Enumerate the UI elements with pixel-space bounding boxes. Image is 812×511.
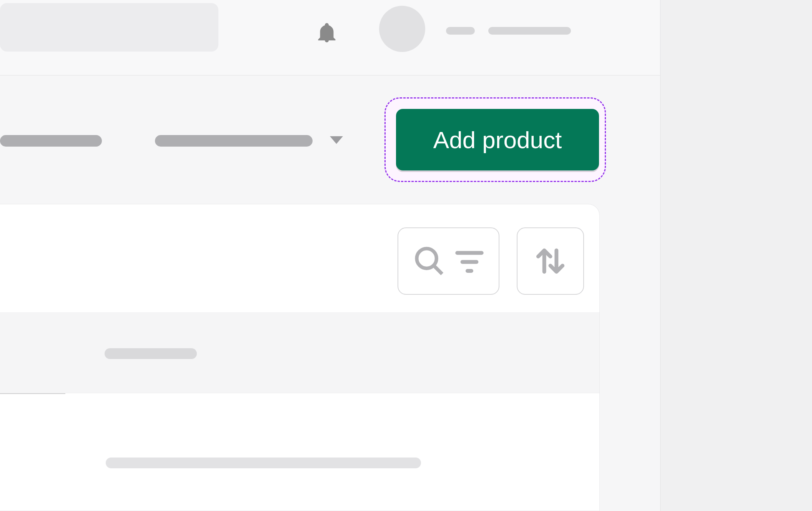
- svg-rect-2: [466, 269, 473, 273]
- secondary-action-placeholder[interactable]: [155, 135, 313, 147]
- main-content-area: Add product: [0, 0, 660, 511]
- right-sidebar-panel: [660, 0, 812, 511]
- page-toolbar: Add product: [0, 75, 660, 202]
- chevron-down-icon[interactable]: [330, 136, 343, 144]
- app-header: [0, 0, 660, 75]
- notifications-button[interactable]: [315, 19, 338, 46]
- page-title-placeholder: [0, 135, 102, 147]
- column-header-placeholder: [105, 348, 197, 359]
- bell-icon: [315, 19, 338, 46]
- table-row-placeholder: [106, 458, 421, 468]
- sort-button[interactable]: [517, 227, 584, 295]
- search-input[interactable]: [0, 3, 218, 52]
- add-product-label: Add product: [433, 126, 562, 154]
- filter-icon: [454, 248, 485, 275]
- svg-rect-0: [455, 251, 483, 255]
- user-name-placeholder: [446, 27, 475, 35]
- user-store-placeholder: [488, 27, 571, 35]
- table-header-row: [0, 312, 599, 393]
- row-divider: [0, 393, 65, 394]
- search-icon: [413, 244, 446, 278]
- avatar[interactable]: [379, 6, 425, 52]
- svg-rect-1: [460, 260, 478, 264]
- card-toolbar: [398, 227, 584, 295]
- add-product-button[interactable]: Add product: [396, 109, 599, 170]
- sort-icon: [532, 243, 569, 279]
- products-card: [0, 204, 600, 511]
- search-filter-button[interactable]: [398, 227, 499, 295]
